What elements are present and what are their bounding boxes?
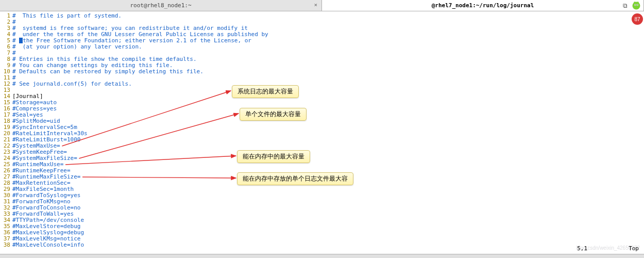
mascot-icon[interactable] bbox=[632, 1, 641, 10]
code-line: #RateLimitBurst=1000 bbox=[12, 137, 644, 143]
code-line: # (at your option) any later version. bbox=[12, 44, 644, 50]
editor[interactable]: 1234567891011121314151617181920212223242… bbox=[0, 11, 644, 254]
annotation-callout: 单个文件的最大容量 bbox=[240, 108, 307, 121]
code-line: # This file is part of systemd. bbox=[12, 13, 644, 19]
annotation-callout: 能在内存中的最大容量 bbox=[237, 150, 310, 163]
code-line: #ForwardToWall=yes bbox=[12, 211, 644, 217]
code-line: # See journald.conf(5) for details. bbox=[12, 81, 644, 87]
tab-label: root@rhel8_node1:~ bbox=[130, 2, 191, 9]
terminal-group-icon[interactable]: ⧉ bbox=[620, 1, 630, 10]
code-line: #SyncIntervalSec=5m bbox=[12, 124, 644, 131]
watermark: blog.csdn/weixin_42656072 bbox=[577, 245, 640, 251]
svg-point-3 bbox=[635, 5, 636, 6]
svg-text:87: 87 bbox=[634, 17, 640, 22]
cursor bbox=[19, 38, 23, 43]
code-line: [Journal] bbox=[12, 93, 644, 100]
close-icon[interactable]: × bbox=[314, 2, 317, 8]
code-line: #SystemKeepFree= bbox=[12, 149, 644, 155]
code-line: #ForwardToConsole=no bbox=[12, 205, 644, 211]
code-line: #MaxLevelKMsg=notice bbox=[12, 236, 644, 242]
code-line: #SystemMaxUse= bbox=[12, 143, 644, 149]
code-line: #MaxLevelStore=debug bbox=[12, 223, 644, 230]
code-line: #RuntimeMaxUse= bbox=[12, 162, 644, 168]
code-line: #MaxFileSec=1month bbox=[12, 186, 644, 192]
svg-point-4 bbox=[637, 5, 638, 6]
code-line: #TTYPath=/dev/console bbox=[12, 217, 644, 223]
tray: ⧉ bbox=[620, 1, 641, 10]
window-footer bbox=[0, 254, 644, 258]
code-line: #Storage=auto bbox=[12, 100, 644, 106]
tab-1[interactable]: root@rhel8_node1:~ × bbox=[0, 0, 322, 11]
code-line: #RateLimitInterval=30s bbox=[12, 131, 644, 137]
code-line: # Defaults can be restored by simply del… bbox=[12, 69, 644, 75]
code-line: #MaxLevelConsole=info bbox=[12, 242, 644, 248]
code-line: #Compress=yes bbox=[12, 106, 644, 112]
notification-badge[interactable]: 87 bbox=[631, 12, 644, 27]
svg-point-0 bbox=[633, 2, 640, 10]
code-area[interactable]: # This file is part of systemd.## system… bbox=[12, 11, 644, 254]
annotation-callout: 系统日志的最大容量 bbox=[232, 85, 299, 98]
code-line: #SplitMode=uid bbox=[12, 118, 644, 124]
code-line: #MaxLevelSyslog=debug bbox=[12, 230, 644, 236]
tab-2[interactable]: @rhel7_node1:~/run/log/journal × bbox=[322, 0, 644, 11]
line-number: 38 bbox=[0, 242, 10, 248]
tab-label: @rhel7_node1:~/run/log/journal bbox=[432, 2, 534, 9]
code-line: #ForwardToSyslog=yes bbox=[12, 192, 644, 199]
code-line: #ForwardToKMsg=no bbox=[12, 199, 644, 205]
tab-bar: root@rhel8_node1:~ × @rhel7_node1:~/run/… bbox=[0, 0, 644, 11]
line-number-gutter: 1234567891011121314151617181920212223242… bbox=[0, 11, 12, 254]
code-line: #SystemMaxFileSize= bbox=[12, 155, 644, 162]
annotation-callout: 能在内存中存放的单个日志文件最大容 bbox=[237, 172, 353, 185]
code-line bbox=[12, 87, 644, 93]
code-line: #Seal=yes bbox=[12, 112, 644, 118]
